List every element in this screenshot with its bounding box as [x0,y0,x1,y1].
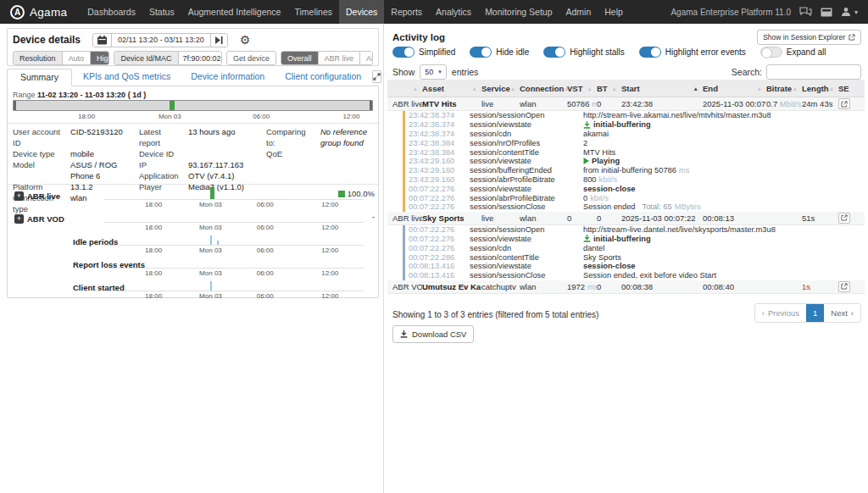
toggle-highlight-stalls[interactable]: Highlight stalls [543,47,624,58]
nav-item-monitoring-setup[interactable]: Monitoring Setup [478,0,559,24]
date-range-value[interactable]: 02/11 13:20 - 03/11 13:20 [112,34,210,47]
device-details-card: Device details 02/11 13:20 - 03/11 13:20… [7,28,379,66]
sort-arrow-icon[interactable]: ▲ [413,86,418,91]
chat-icon[interactable] [799,7,812,17]
toggle-switch-icon[interactable] [639,47,661,58]
nav-item-augmented-intelligence[interactable]: Augmented Intelligence [181,0,288,24]
timeline-track[interactable] [104,231,364,246]
next-page-button[interactable]: Next› [824,304,860,322]
sort-arrow-icon[interactable]: ▲ [757,86,762,91]
column-header-vst[interactable]: VST▲ [567,84,597,93]
range-slider-marker[interactable] [170,101,175,110]
toggle-expand-all[interactable]: Expand all [760,47,826,58]
sort-arrow-icon[interactable]: ▲ [829,86,834,91]
nav-item-devices[interactable]: Devices [339,0,384,24]
toggle-switch-icon[interactable] [760,47,782,58]
session-row-mtv-hits[interactable]: ABR liveMTV Hitslivewlan50786 ms023:42:3… [387,97,865,111]
toggle-label: Highlight stalls [570,47,624,57]
nav-item-reports[interactable]: Reports [384,0,429,24]
expand-plus-icon[interactable]: + [14,214,24,224]
sort-arrow-icon[interactable]: ▲ [472,86,477,91]
toggle-switch-icon[interactable] [543,47,565,58]
show-in-session-explorer-button[interactable]: Show in Session Explorer [757,30,861,45]
session-row-umutsuz-ev-kadinlari[interactable]: ABR VODUmutsuz Ev Kadinlaricatchuptvwlan… [387,280,865,294]
column-header-expand[interactable]: ▲ [392,86,422,91]
scope-option-abr-vod[interactable]: ABR VOD [360,52,373,64]
column-header-bt[interactable]: BT▲ [597,84,621,93]
timeline-legend: - [372,212,375,221]
toggle-switch-icon[interactable] [470,47,492,58]
fullscreen-expand-icon[interactable] [372,70,381,83]
toggle-switch-icon[interactable] [392,47,415,58]
scope-option-abr-live[interactable]: ABR live [319,52,361,64]
column-header-asset[interactable]: Asset▲ [422,84,481,93]
timeline-track[interactable] [104,208,364,223]
panel-icon[interactable] [821,8,832,17]
range-slider[interactable] [13,100,373,111]
event-value-text: 800 [583,175,597,184]
search-input[interactable] [766,64,861,80]
nav-item-admin[interactable]: Admin [559,0,598,24]
scope-option-overall[interactable]: Overall [281,52,319,64]
sort-arrow-icon[interactable]: ▲ [693,86,698,91]
settings-gear-icon[interactable]: ⚙ [240,34,251,46]
session-explorer-link-icon[interactable] [838,213,850,224]
get-device-button[interactable]: Get device [226,51,276,65]
nav-item-help[interactable]: Help [598,0,630,24]
column-header-se[interactable]: SE [838,84,862,93]
calendar-icon[interactable] [93,34,112,47]
toggle-highlight-error-events[interactable]: Highlight error events [639,47,746,58]
nav-item-timelines[interactable]: Timelines [287,0,339,24]
session-row-sky-sports[interactable]: ABR liveSky Sportslivewlan002025-11-03 0… [387,212,865,225]
tab-kpis-and-qos-metrics[interactable]: KPIs and QoS metrics [74,69,180,86]
previous-page-button[interactable]: ‹Previous [755,304,806,322]
column-header-connection[interactable]: Connection▲ [520,84,567,93]
column-header-label: Start [621,84,640,93]
entries-select[interactable]: 50 ▾ [420,64,447,80]
sort-arrow-icon[interactable]: ▲ [587,86,593,91]
tab-summary[interactable]: Summary [7,69,72,86]
page-1-button[interactable]: 1 [806,304,824,322]
toggle-hide-idle[interactable]: Hide idle [470,47,529,58]
nav-item-dashboards[interactable]: Dashboards [81,0,142,24]
event-value-text: dantel [583,244,604,252]
range-label: Range 11-02 13:20 - 11-03 13:20 ( 1d ) [13,91,146,99]
timeline-track[interactable] [104,186,364,200]
column-header-label: SE [838,84,849,93]
user-menu-icon[interactable] [841,7,851,17]
device-id-input[interactable] [179,52,222,64]
info-label: Device ID [139,148,183,159]
nav-item-status[interactable]: Status [142,0,181,24]
timeline-track[interactable] [104,277,364,291]
event-value-text: MBytes [675,202,701,211]
session-explorer-link-icon[interactable] [838,281,850,292]
nav-item-analytics[interactable]: Analytics [429,0,478,24]
download-csv-button[interactable]: Download CSV [392,325,474,343]
column-header-label: Service [481,84,510,93]
expand-plus-icon[interactable]: + [14,191,24,201]
sort-arrow-icon[interactable]: ▲ [612,86,617,91]
skip-to-now-icon[interactable] [210,34,227,47]
sort-arrow-icon[interactable]: ▲ [793,86,798,91]
column-header-start[interactable]: Start▲ [621,84,703,93]
column-header-end[interactable]: End▲ [703,84,766,93]
session-explorer-link-icon[interactable] [838,98,850,109]
event-value: 800 kbit/s [583,175,865,184]
column-header-length[interactable]: Length▲ [802,84,838,93]
range-tick-12-00: 12:00 [342,113,359,120]
user-menu-caret-icon[interactable]: ▾ [854,8,858,16]
sort-arrow-icon[interactable]: ▲ [510,86,515,91]
event-row: 23:42:38.374session/sessionOpenhttp://st… [403,111,865,120]
info-value: OTV (v7.4.1) [188,170,234,181]
column-header-service[interactable]: Service▲ [481,84,520,93]
tab-client-configuration[interactable]: Client configuration [275,69,370,86]
show-label: Show [392,67,415,77]
event-value-text: http://stream-live.akamai.net/live/mtvhi… [583,111,771,119]
timeline-tick-18-00: 18:00 [145,201,162,208]
column-header-bitrate[interactable]: Bitrate▲ [766,84,802,93]
resolution-option-high[interactable]: High [91,52,109,64]
timeline-track[interactable] [104,254,364,269]
resolution-option-auto[interactable]: Auto [63,52,92,64]
toggle-simplified[interactable]: Simplified [392,47,455,58]
tab-device-information[interactable]: Device information [181,69,274,86]
